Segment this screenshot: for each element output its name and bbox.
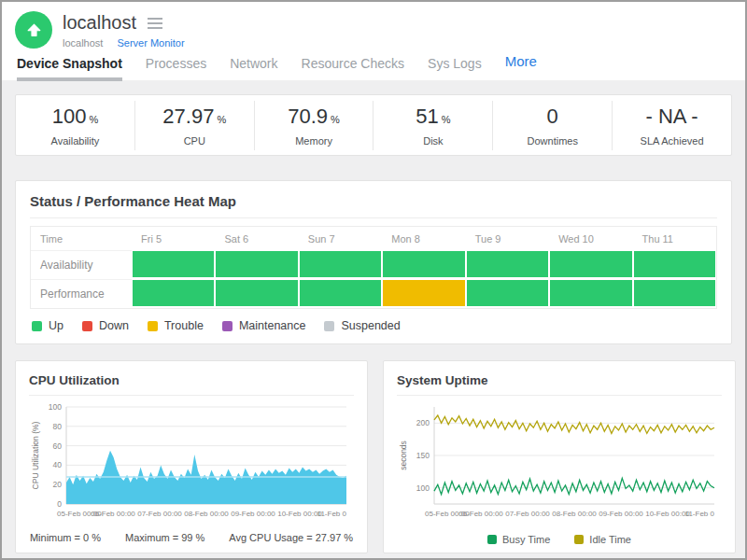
tabs: Device SnapshotProcessesNetworkResource … — [17, 53, 732, 81]
divider — [397, 395, 722, 396]
svg-text:CPU Utilization (%): CPU Utilization (%) — [31, 421, 40, 489]
stat-downtimes: 0Downtimes — [493, 101, 613, 150]
tab-resource-checks[interactable]: Resource Checks — [302, 56, 405, 81]
svg-text:08-Feb 00:00: 08-Feb 00:00 — [552, 510, 597, 518]
stat-value: 27.97 — [162, 105, 214, 128]
legend-swatch — [487, 535, 497, 544]
legend-item-trouble: Trouble — [148, 319, 204, 332]
stat-value: 51 — [416, 105, 438, 128]
svg-text:09-Feb 00:00: 09-Feb 00:00 — [231, 510, 275, 518]
menu-icon[interactable] — [148, 18, 162, 29]
svg-text:100: 100 — [49, 402, 62, 412]
svg-text:06-Feb 00:00: 06-Feb 00:00 — [91, 510, 135, 518]
page-body: 100%Availability27.97%CPU70.9%Memory51%D… — [2, 80, 745, 553]
stat-unit: % — [217, 114, 226, 125]
breadcrumb-device: localhost — [63, 37, 103, 49]
cpu-maximum-label: Maximum = 99 % — [125, 532, 204, 543]
stat-unit: % — [442, 114, 451, 125]
heatmap-cell[interactable] — [299, 250, 382, 279]
stat-unit: % — [331, 114, 340, 125]
device-header: localhost localhost Server Monitor Devic… — [2, 2, 745, 80]
heatmap-column-thu-11: Thu 11 — [633, 227, 716, 250]
heatmap-column-wed-10: Wed 10 — [549, 227, 632, 250]
svg-text:200: 200 — [416, 418, 430, 427]
heatmap-column-mon-8: Mon 8 — [382, 227, 465, 250]
stat-label: Availability — [16, 135, 134, 147]
svg-text:11-Feb 0: 11-Feb 0 — [317, 510, 347, 518]
charts-row: CPU Utilization 02040608010005-Feb 00:00… — [15, 360, 732, 553]
heatmap-row-label: Availability — [31, 250, 132, 279]
heatmap-cell[interactable] — [215, 279, 298, 308]
cpu-average-label: Avg CPU Usage = 27.97 % — [229, 532, 353, 543]
heatmap-row-label: Performance — [31, 279, 132, 308]
stat-disk: 51%Disk — [374, 101, 493, 150]
heatmap-cell[interactable] — [633, 279, 716, 308]
heatmap-cell[interactable] — [633, 250, 716, 279]
stat-value: - NA - — [645, 105, 698, 128]
legend-item-suspended: Suspended — [324, 319, 400, 332]
svg-text:100: 100 — [416, 483, 430, 493]
svg-text:08-Feb 00:00: 08-Feb 00:00 — [184, 510, 229, 518]
heatmap-table: TimeFri 5Sat 6Sun 7Mon 8Tue 9Wed 10Thu 1… — [30, 226, 717, 309]
legend-swatch — [324, 321, 334, 331]
svg-text:150: 150 — [416, 451, 430, 460]
legend-swatch — [148, 321, 158, 331]
svg-text:09-Feb 00:00: 09-Feb 00:00 — [599, 510, 643, 518]
heatmap-legend: UpDownTroubleMaintenanceSuspended — [32, 319, 717, 332]
tab-network[interactable]: Network — [230, 56, 277, 81]
heatmap-cell[interactable] — [215, 250, 298, 279]
legend-item-maintenance: Maintenance — [222, 319, 306, 332]
tab-more[interactable]: More — [505, 53, 537, 81]
divider — [30, 217, 717, 218]
legend-swatch — [574, 535, 584, 544]
heatmap-column-tue-9: Tue 9 — [466, 227, 549, 250]
svg-text:07-Feb 00:00: 07-Feb 00:00 — [505, 510, 550, 518]
legend-label: Up — [49, 319, 63, 332]
page-title: localhost — [63, 12, 136, 34]
tab-sys-logs[interactable]: Sys Logs — [428, 56, 482, 81]
breadcrumb-monitor-link[interactable]: Server Monitor — [117, 37, 184, 49]
svg-text:20: 20 — [53, 480, 63, 489]
heatmap-cell[interactable] — [466, 250, 549, 279]
heatmap-column-time: Time — [31, 227, 132, 250]
system-uptime-chart: 10015020005-Feb 00:0006-Feb 00:0007-Feb … — [397, 399, 722, 528]
svg-text:10-Feb 00:00: 10-Feb 00:00 — [277, 510, 322, 518]
svg-text:11-Feb 0: 11-Feb 0 — [685, 510, 715, 518]
stat-cpu: 27.97%CPU — [135, 101, 255, 150]
svg-text:40: 40 — [53, 460, 63, 469]
stat-label: Memory — [255, 135, 374, 147]
legend-label: Maintenance — [239, 319, 306, 332]
stat-unit: % — [89, 114, 98, 125]
stat-value: 70.9 — [288, 105, 328, 128]
stat-memory: 70.9%Memory — [255, 101, 374, 150]
divider — [29, 395, 354, 396]
heatmap-cell[interactable] — [132, 250, 215, 279]
legend-swatch — [222, 321, 233, 331]
legend-item-down: Down — [82, 319, 129, 332]
stat-availability: 100%Availability — [16, 101, 135, 150]
legend-label: Suspended — [341, 319, 400, 332]
heatmap-cell[interactable] — [132, 279, 215, 308]
heatmap-cell[interactable] — [382, 279, 465, 308]
stat-label: SLA Achieved — [613, 135, 731, 147]
uptime-legend-idle-time: Idle Time — [574, 534, 631, 545]
app-window: localhost localhost Server Monitor Devic… — [0, 0, 747, 560]
heatmap-cell[interactable] — [549, 279, 632, 308]
svg-text:80: 80 — [53, 422, 63, 431]
svg-text:10-Feb 00:00: 10-Feb 00:00 — [645, 510, 690, 518]
stat-value: 100 — [52, 105, 87, 128]
uptime-legend: Busy TimeIdle Time — [397, 534, 722, 545]
cpu-utilization-card: CPU Utilization 02040608010005-Feb 00:00… — [15, 360, 368, 553]
tab-device-snapshot[interactable]: Device Snapshot — [17, 56, 122, 81]
heatmap-cell[interactable] — [466, 279, 549, 308]
heatmap-cell[interactable] — [299, 279, 382, 308]
cpu-minimum-label: Minimum = 0 % — [30, 532, 101, 543]
heatmap-title: Status / Performance Heat Map — [30, 193, 717, 209]
heatmap-rows: AvailabilityPerformance — [31, 250, 716, 308]
heatmap-cell[interactable] — [549, 250, 632, 279]
cpu-chart-footer: Minimum = 0 % Maximum = 99 % Avg CPU Usa… — [29, 532, 354, 543]
stat-label: Disk — [374, 135, 492, 147]
heatmap-cell[interactable] — [382, 250, 465, 279]
legend-label: Idle Time — [589, 534, 631, 545]
tab-processes[interactable]: Processes — [146, 56, 206, 81]
